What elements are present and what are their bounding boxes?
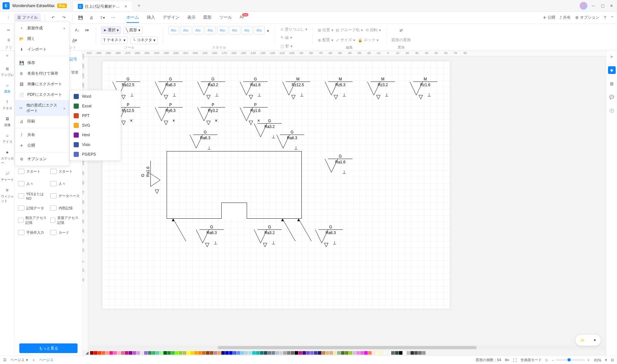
style-scroll-up-icon[interactable]: ▴ <box>266 27 270 34</box>
style-preset[interactable]: Abc <box>193 26 204 34</box>
rail-image[interactable]: 🖼画像 <box>1 115 14 127</box>
color-swatch[interactable] <box>264 351 267 355</box>
color-swatch[interactable] <box>156 351 159 355</box>
color-swatch[interactable] <box>275 351 279 355</box>
color-swatch[interactable] <box>329 351 333 355</box>
fit-icon[interactable]: ⛶ <box>513 358 517 362</box>
color-swatch[interactable] <box>360 351 364 355</box>
shape-item[interactable]: 手操作入力 <box>18 230 48 235</box>
maximize-icon[interactable]: ▢ <box>601 4 605 8</box>
file-save[interactable]: 💾保存 <box>15 58 69 68</box>
export-word[interactable]: Word <box>70 92 121 101</box>
canvas[interactable]: G Ra12.5 ⊥ G Ra6.3 ⊥ G Ra3.2 ⊥ G Ra1.6 ⊥… <box>88 57 606 344</box>
color-swatch[interactable] <box>187 351 190 355</box>
color-swatch[interactable] <box>136 351 140 355</box>
tab-close-icon[interactable]: ✕ <box>124 4 127 9</box>
color-swatch[interactable] <box>109 351 113 355</box>
outline-icon[interactable]: ☰ <box>3 358 6 362</box>
file-export-pdf[interactable]: 📄PDFにエクスポート <box>15 89 69 100</box>
rail-sticker[interactable]: ☻ステッカー <box>1 149 14 165</box>
file-new[interactable]: ＋新規作成▸ <box>15 23 69 33</box>
fit-page-icon[interactable]: ⊡ <box>611 358 614 362</box>
color-swatch[interactable] <box>206 351 209 355</box>
shape-item[interactable]: データベース <box>50 193 80 198</box>
file-open[interactable]: 📂開く <box>15 33 69 44</box>
size-button[interactable]: ⤢ サイズ ▾ <box>336 37 355 43</box>
style-preset[interactable]: Abc <box>242 26 253 34</box>
surface-finish-symbol[interactable]: G Ra6.3 ⊥ <box>315 225 347 249</box>
tab-insert[interactable]: 挿入 <box>147 13 155 23</box>
color-swatch[interactable] <box>414 351 418 355</box>
properties-icon[interactable]: ◆ <box>608 66 616 74</box>
color-swatch[interactable] <box>279 351 283 355</box>
file-publish[interactable]: ✈公開 <box>15 140 69 151</box>
style-preset[interactable]: Abc <box>168 26 179 34</box>
color-swatch[interactable] <box>353 351 356 355</box>
export-html[interactable]: Html <box>70 130 121 140</box>
color-swatch[interactable] <box>333 351 337 355</box>
rotate-button[interactable]: ⟲ 回転 ▾ <box>365 27 381 33</box>
horizontal-scrollbar[interactable] <box>88 345 606 350</box>
color-swatch[interactable] <box>395 351 399 355</box>
color-swatch[interactable] <box>237 351 240 355</box>
color-swatch[interactable] <box>314 351 318 355</box>
replace-shape-icon[interactable]: ⇄ <box>398 27 405 34</box>
color-swatch[interactable] <box>133 351 136 355</box>
export-excel[interactable]: Excel <box>70 101 121 111</box>
surface-finish-symbol[interactable]: M Rz1.6 ⊥ <box>409 77 441 101</box>
color-swatch[interactable] <box>372 351 375 355</box>
group-button[interactable]: ⊟ グループ化 ▾ <box>336 27 363 33</box>
line-button[interactable]: ✎ 線 ▾ <box>281 35 292 41</box>
tab-ai[interactable]: AIhot <box>240 13 250 23</box>
back-icon[interactable]: 〈 <box>3 14 12 22</box>
surface-finish-symbol[interactable]: G Ra6.3 ⊥ <box>189 130 221 154</box>
manage-link[interactable]: 管理 <box>71 70 78 75</box>
shape-item[interactable]: 順次アクセス記憶 <box>18 215 48 225</box>
tab-design[interactable]: デザイン <box>163 13 180 23</box>
decrease-font-icon[interactable]: A↓ <box>74 27 81 34</box>
shape-item[interactable]: スタート <box>50 169 80 174</box>
color-swatch[interactable] <box>140 351 144 355</box>
color-swatch[interactable] <box>252 351 256 355</box>
color-swatch[interactable] <box>368 351 372 355</box>
color-swatch[interactable] <box>117 351 121 355</box>
color-swatch[interactable] <box>129 351 132 355</box>
color-swatch[interactable] <box>171 351 175 355</box>
color-swatch[interactable] <box>337 351 341 355</box>
add-page-icon[interactable]: ＋ <box>32 358 35 362</box>
color-swatch[interactable] <box>272 351 275 355</box>
surface-finish-symbol[interactable]: G Ra3.2 ⊥ <box>253 225 286 249</box>
text-tool[interactable]: T テキスト ▾ <box>101 36 128 44</box>
color-swatch[interactable] <box>113 351 117 355</box>
color-swatch[interactable] <box>94 351 97 355</box>
copy-icon[interactable]: ⎘ <box>5 37 12 44</box>
color-swatch[interactable] <box>106 351 109 355</box>
color-swatch[interactable] <box>121 351 124 355</box>
color-swatch[interactable] <box>160 351 163 355</box>
color-swatch[interactable] <box>291 351 294 355</box>
color-swatch[interactable] <box>179 351 182 355</box>
color-swatch[interactable] <box>183 351 186 355</box>
color-swatch[interactable] <box>90 351 94 355</box>
options-button[interactable]: ⚙ オプション <box>575 15 599 20</box>
layers-icon[interactable]: ⧉▾ <box>505 358 509 362</box>
export-ppt[interactable]: PPT <box>70 111 121 121</box>
style-preset[interactable]: Abc <box>254 26 265 34</box>
color-swatch[interactable] <box>306 351 310 355</box>
color-swatch[interactable] <box>322 351 325 355</box>
export-icon[interactable]: ⇪▾ <box>98 14 106 22</box>
color-swatch[interactable] <box>318 351 321 355</box>
shape-item[interactable]: 人々 <box>18 181 48 186</box>
shape-tool[interactable]: ╲ 図形 ▾ <box>124 26 143 34</box>
fill-button[interactable]: ◇ 塗りつぶし ▾ <box>281 27 307 32</box>
color-swatch[interactable] <box>399 351 402 355</box>
color-swatch[interactable] <box>256 351 260 355</box>
more-icon[interactable]: ⋯ <box>109 14 117 22</box>
tab-home[interactable]: ホーム <box>126 13 139 23</box>
zoom-value[interactable]: 81% <box>594 358 601 362</box>
file-export-other[interactable]: ⇨他の形式にエクスポート▸ <box>15 100 69 116</box>
export-visio[interactable]: Visio <box>70 140 121 150</box>
shape-item[interactable]: 直接アクセス記憶 <box>50 215 80 225</box>
ai-fab[interactable]: ✨ ✦ <box>575 334 601 346</box>
surface-finish-symbol[interactable]: G Ra6.3 ⊥ <box>154 77 187 101</box>
